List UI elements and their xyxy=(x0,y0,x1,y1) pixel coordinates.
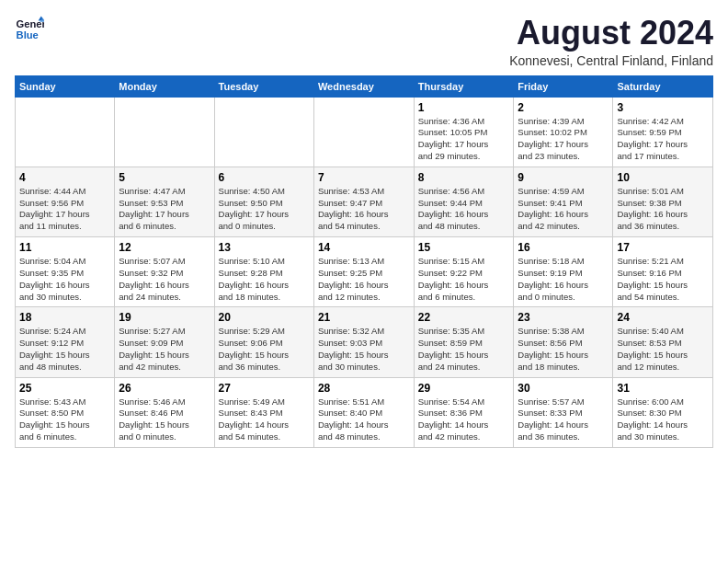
day-number: 24 xyxy=(617,311,709,324)
day-number: 25 xyxy=(19,382,110,395)
day-number: 20 xyxy=(219,311,310,324)
day-info: Sunrise: 4:44 AM Sunset: 9:56 PM Dayligh… xyxy=(19,186,110,233)
day-number: 2 xyxy=(518,101,609,114)
day-info: Sunrise: 4:56 AM Sunset: 9:44 PM Dayligh… xyxy=(418,186,510,233)
logo-icon: General Blue xyxy=(15,15,44,44)
svg-text:Blue: Blue xyxy=(17,29,39,40)
day-info: Sunrise: 4:50 AM Sunset: 9:50 PM Dayligh… xyxy=(219,186,310,233)
day-number: 7 xyxy=(318,171,410,184)
calendar-cell: 28Sunrise: 5:51 AM Sunset: 8:40 PM Dayli… xyxy=(313,377,414,447)
header-row: SundayMondayTuesdayWednesdayThursdayFrid… xyxy=(16,75,713,97)
calendar-cell: 13Sunrise: 5:10 AM Sunset: 9:28 PM Dayli… xyxy=(214,237,313,307)
calendar-cell: 31Sunrise: 6:00 AM Sunset: 8:30 PM Dayli… xyxy=(613,377,713,447)
day-number: 4 xyxy=(19,171,110,184)
day-info: Sunrise: 5:27 AM Sunset: 9:09 PM Dayligh… xyxy=(119,326,210,373)
calendar-cell: 8Sunrise: 4:56 AM Sunset: 9:44 PM Daylig… xyxy=(414,167,514,236)
calendar-cell: 11Sunrise: 5:04 AM Sunset: 9:35 PM Dayli… xyxy=(16,237,115,307)
day-info: Sunrise: 4:42 AM Sunset: 9:59 PM Dayligh… xyxy=(617,116,709,163)
calendar-cell: 17Sunrise: 5:21 AM Sunset: 9:16 PM Dayli… xyxy=(613,237,713,307)
day-number: 28 xyxy=(318,382,410,395)
day-info: Sunrise: 5:54 AM Sunset: 8:36 PM Dayligh… xyxy=(418,396,510,443)
day-number: 11 xyxy=(19,241,110,254)
calendar-cell: 7Sunrise: 4:53 AM Sunset: 9:47 PM Daylig… xyxy=(313,167,414,236)
day-info: Sunrise: 5:04 AM Sunset: 9:35 PM Dayligh… xyxy=(19,256,110,303)
day-number: 3 xyxy=(617,101,709,114)
day-info: Sunrise: 5:49 AM Sunset: 8:43 PM Dayligh… xyxy=(219,396,310,443)
day-number: 22 xyxy=(418,311,510,324)
calendar-cell: 25Sunrise: 5:43 AM Sunset: 8:50 PM Dayli… xyxy=(16,377,115,447)
day-info: Sunrise: 5:21 AM Sunset: 9:16 PM Dayligh… xyxy=(617,256,709,303)
calendar-table: SundayMondayTuesdayWednesdayThursdayFrid… xyxy=(15,75,713,448)
calendar-cell: 27Sunrise: 5:49 AM Sunset: 8:43 PM Dayli… xyxy=(214,377,313,447)
day-info: Sunrise: 5:07 AM Sunset: 9:32 PM Dayligh… xyxy=(119,256,210,303)
day-number: 30 xyxy=(518,382,609,395)
day-number: 27 xyxy=(219,382,310,395)
day-info: Sunrise: 5:29 AM Sunset: 9:06 PM Dayligh… xyxy=(219,326,310,373)
day-info: Sunrise: 4:39 AM Sunset: 10:02 PM Daylig… xyxy=(518,116,609,163)
day-number: 10 xyxy=(617,171,709,184)
weekday-header: Monday xyxy=(115,75,214,97)
day-info: Sunrise: 5:10 AM Sunset: 9:28 PM Dayligh… xyxy=(219,256,310,303)
day-info: Sunrise: 5:35 AM Sunset: 8:59 PM Dayligh… xyxy=(418,326,510,373)
day-number: 9 xyxy=(518,171,609,184)
day-number: 26 xyxy=(119,382,210,395)
weekday-header: Tuesday xyxy=(214,75,313,97)
calendar-cell: 14Sunrise: 5:13 AM Sunset: 9:25 PM Dayli… xyxy=(313,237,414,307)
calendar-body: 1Sunrise: 4:36 AM Sunset: 10:05 PM Dayli… xyxy=(16,97,713,447)
calendar-cell: 9Sunrise: 4:59 AM Sunset: 9:41 PM Daylig… xyxy=(514,167,613,236)
calendar-cell: 3Sunrise: 4:42 AM Sunset: 9:59 PM Daylig… xyxy=(613,97,713,167)
calendar-week-row: 4Sunrise: 4:44 AM Sunset: 9:56 PM Daylig… xyxy=(16,167,713,236)
day-number: 12 xyxy=(119,241,210,254)
weekday-header: Thursday xyxy=(414,75,514,97)
day-number: 21 xyxy=(318,311,410,324)
day-info: Sunrise: 5:24 AM Sunset: 9:12 PM Dayligh… xyxy=(19,326,110,373)
day-info: Sunrise: 5:40 AM Sunset: 8:53 PM Dayligh… xyxy=(617,326,709,373)
weekday-header: Saturday xyxy=(613,75,713,97)
calendar-cell: 2Sunrise: 4:39 AM Sunset: 10:02 PM Dayli… xyxy=(514,97,613,167)
day-info: Sunrise: 4:36 AM Sunset: 10:05 PM Daylig… xyxy=(418,116,510,163)
title-block: August 2024 Konnevesi, Central Finland, … xyxy=(509,15,713,68)
day-info: Sunrise: 5:57 AM Sunset: 8:33 PM Dayligh… xyxy=(518,396,609,443)
day-number: 5 xyxy=(119,171,210,184)
calendar-cell xyxy=(214,97,313,167)
calendar-cell: 16Sunrise: 5:18 AM Sunset: 9:19 PM Dayli… xyxy=(514,237,613,307)
day-number: 6 xyxy=(219,171,310,184)
day-info: Sunrise: 5:18 AM Sunset: 9:19 PM Dayligh… xyxy=(518,256,609,303)
day-info: Sunrise: 5:43 AM Sunset: 8:50 PM Dayligh… xyxy=(19,396,110,443)
calendar-cell: 12Sunrise: 5:07 AM Sunset: 9:32 PM Dayli… xyxy=(115,237,214,307)
calendar-cell xyxy=(313,97,414,167)
calendar-cell: 26Sunrise: 5:46 AM Sunset: 8:46 PM Dayli… xyxy=(115,377,214,447)
calendar-cell: 18Sunrise: 5:24 AM Sunset: 9:12 PM Dayli… xyxy=(16,307,115,377)
calendar-header: SundayMondayTuesdayWednesdayThursdayFrid… xyxy=(16,75,713,97)
calendar-cell: 23Sunrise: 5:38 AM Sunset: 8:56 PM Dayli… xyxy=(514,307,613,377)
calendar-cell: 22Sunrise: 5:35 AM Sunset: 8:59 PM Dayli… xyxy=(414,307,514,377)
day-number: 29 xyxy=(418,382,510,395)
day-info: Sunrise: 5:15 AM Sunset: 9:22 PM Dayligh… xyxy=(418,256,510,303)
day-info: Sunrise: 5:38 AM Sunset: 8:56 PM Dayligh… xyxy=(518,326,609,373)
calendar-cell xyxy=(115,97,214,167)
calendar-cell: 10Sunrise: 5:01 AM Sunset: 9:38 PM Dayli… xyxy=(613,167,713,236)
calendar-week-row: 18Sunrise: 5:24 AM Sunset: 9:12 PM Dayli… xyxy=(16,307,713,377)
day-number: 1 xyxy=(418,101,510,114)
day-number: 15 xyxy=(418,241,510,254)
calendar-cell: 15Sunrise: 5:15 AM Sunset: 9:22 PM Dayli… xyxy=(414,237,514,307)
day-number: 14 xyxy=(318,241,410,254)
calendar-cell: 21Sunrise: 5:32 AM Sunset: 9:03 PM Dayli… xyxy=(313,307,414,377)
calendar-cell: 5Sunrise: 4:47 AM Sunset: 9:53 PM Daylig… xyxy=(115,167,214,236)
calendar-cell: 4Sunrise: 4:44 AM Sunset: 9:56 PM Daylig… xyxy=(16,167,115,236)
calendar-cell: 19Sunrise: 5:27 AM Sunset: 9:09 PM Dayli… xyxy=(115,307,214,377)
calendar-week-row: 1Sunrise: 4:36 AM Sunset: 10:05 PM Dayli… xyxy=(16,97,713,167)
day-number: 17 xyxy=(617,241,709,254)
day-number: 19 xyxy=(119,311,210,324)
day-info: Sunrise: 6:00 AM Sunset: 8:30 PM Dayligh… xyxy=(617,396,709,443)
calendar-cell: 24Sunrise: 5:40 AM Sunset: 8:53 PM Dayli… xyxy=(613,307,713,377)
day-info: Sunrise: 5:46 AM Sunset: 8:46 PM Dayligh… xyxy=(119,396,210,443)
calendar-week-row: 11Sunrise: 5:04 AM Sunset: 9:35 PM Dayli… xyxy=(16,237,713,307)
day-info: Sunrise: 5:01 AM Sunset: 9:38 PM Dayligh… xyxy=(617,186,709,233)
weekday-header: Friday xyxy=(514,75,613,97)
calendar-cell: 1Sunrise: 4:36 AM Sunset: 10:05 PM Dayli… xyxy=(414,97,514,167)
month-title: August 2024 xyxy=(509,15,713,52)
weekday-header: Wednesday xyxy=(313,75,414,97)
day-number: 16 xyxy=(518,241,609,254)
page-header: General Blue August 2024 Konnevesi, Cent… xyxy=(15,15,713,68)
